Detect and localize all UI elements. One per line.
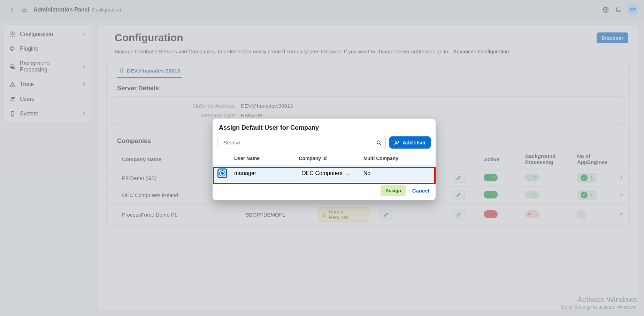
watermark-heading: Activate Windows xyxy=(561,295,638,304)
modal-columns: User Name Company Id Multi Company xyxy=(213,153,436,165)
add-user-label: Add User xyxy=(402,140,426,145)
add-user-button[interactable]: Add User xyxy=(389,136,431,149)
cancel-button[interactable]: Cancel xyxy=(412,188,429,194)
modal-col-company: Company Id xyxy=(299,156,363,161)
svg-point-8 xyxy=(377,141,380,144)
watermark-sub: Go to Settings to activate Windows. xyxy=(561,304,638,310)
windows-watermark: Activate Windows Go to Settings to activ… xyxy=(561,295,638,310)
assign-user-modal: Assign Default User for Company Add User… xyxy=(213,119,436,200)
search-input[interactable] xyxy=(221,136,376,149)
modal-col-multi: Multi Company xyxy=(363,156,428,161)
search-icon xyxy=(376,140,382,146)
add-user-icon xyxy=(394,140,400,145)
modal-title: Assign Default User for Company xyxy=(213,119,436,136)
page-root: Administration Panel Configuration CT Co… xyxy=(0,0,644,316)
modal-row-selected[interactable]: manager OEC Computers … No xyxy=(213,165,436,182)
search-field-wrapper xyxy=(217,136,386,149)
row-radio[interactable] xyxy=(217,168,227,178)
assign-button[interactable]: Assign xyxy=(381,185,406,196)
modal-col-user: User Name xyxy=(234,156,299,161)
modal-row-user: manager xyxy=(234,170,299,176)
svg-point-9 xyxy=(396,141,397,142)
modal-row-multi: No xyxy=(363,170,428,176)
modal-row-company[interactable]: OEC Computers … xyxy=(299,169,352,178)
